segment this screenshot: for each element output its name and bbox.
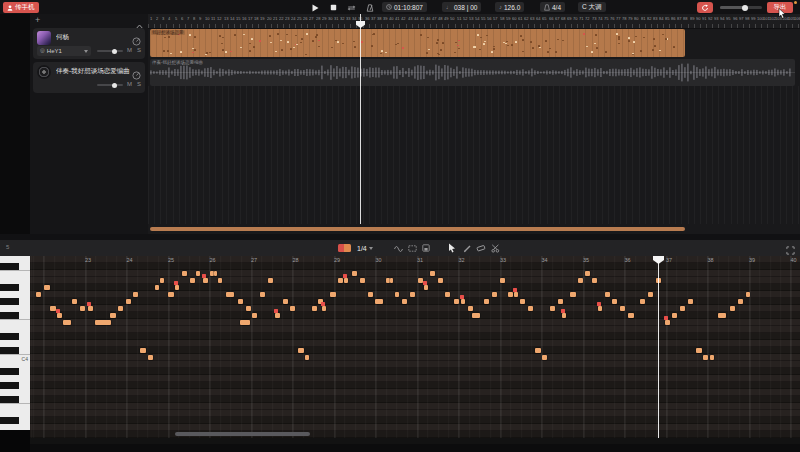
pencil-tool[interactable]	[461, 243, 473, 253]
piano-key[interactable]	[0, 389, 30, 396]
midi-note[interactable]	[57, 313, 62, 318]
piano-key[interactable]	[0, 340, 30, 347]
piano-key[interactable]	[0, 396, 30, 403]
play-button[interactable]	[310, 3, 319, 12]
midi-note[interactable]	[240, 320, 250, 325]
midi-note[interactable]	[570, 292, 576, 297]
piano-key[interactable]	[0, 270, 30, 277]
piano-key[interactable]	[0, 305, 30, 312]
piano-key[interactable]	[0, 375, 30, 382]
slider-knob[interactable]	[742, 5, 748, 11]
black-key[interactable]	[0, 417, 19, 424]
midi-clip[interactable]: 我好想谈场恋爱	[150, 29, 685, 57]
midi-note[interactable]	[203, 278, 208, 283]
marquee-select-tool[interactable]	[406, 243, 418, 253]
piano-key[interactable]	[0, 382, 30, 389]
midi-note[interactable]	[390, 278, 393, 283]
midi-note[interactable]	[468, 306, 473, 311]
midi-note[interactable]	[672, 313, 677, 318]
midi-note[interactable]	[175, 285, 179, 290]
midi-note[interactable]	[330, 292, 336, 297]
arrange-area[interactable]: 1234567891011121314151617181920212223242…	[148, 14, 800, 234]
midi-note[interactable]	[665, 320, 670, 325]
midi-note[interactable]	[535, 348, 541, 353]
midi-note[interactable]	[620, 306, 625, 311]
time-display[interactable]: 01:10:807	[382, 2, 427, 12]
metronome-button[interactable]	[365, 3, 374, 12]
bars-display[interactable]: ♩ 038 | 00	[442, 2, 481, 12]
midi-note[interactable]	[126, 299, 131, 304]
midi-note[interactable]	[260, 292, 265, 297]
midi-note[interactable]	[445, 292, 450, 297]
midi-note[interactable]	[268, 278, 273, 283]
midi-note[interactable]	[605, 292, 610, 297]
midi-note[interactable]	[472, 313, 480, 318]
midi-note[interactable]	[598, 306, 602, 311]
midi-note[interactable]	[520, 299, 525, 304]
piano-key[interactable]: C4	[0, 354, 30, 361]
save-tool[interactable]	[420, 243, 432, 253]
timeline-ruler[interactable]: 1234567891011121314151617181920212223242…	[148, 14, 800, 29]
piano-key[interactable]	[0, 368, 30, 375]
midi-note[interactable]	[238, 299, 243, 304]
black-key[interactable]	[0, 396, 19, 403]
piano-key[interactable]	[0, 312, 30, 319]
piano-roll-scrollbar[interactable]	[175, 432, 310, 436]
midi-note[interactable]	[252, 313, 257, 318]
track-slider-knob[interactable]	[112, 83, 117, 88]
keys-display-toggle[interactable]	[338, 244, 351, 252]
midi-note[interactable]	[395, 292, 399, 297]
solo-button[interactable]: S	[137, 47, 141, 53]
arrange-playhead[interactable]	[360, 14, 361, 224]
midi-note[interactable]	[542, 355, 547, 360]
midi-note[interactable]	[80, 306, 85, 311]
midi-note[interactable]	[454, 299, 459, 304]
scissors-tool[interactable]	[489, 243, 501, 253]
grid-resolution-select[interactable]: 1/4	[357, 243, 373, 253]
midi-note[interactable]	[688, 299, 693, 304]
midi-note[interactable]	[305, 355, 309, 360]
piano-key[interactable]	[0, 361, 30, 368]
midi-note[interactable]	[322, 306, 326, 311]
meter-display[interactable]: 4/4	[540, 2, 565, 12]
midi-note[interactable]	[430, 271, 435, 276]
piano-key[interactable]	[0, 319, 30, 326]
midi-note[interactable]	[72, 299, 77, 304]
midi-note[interactable]	[514, 292, 518, 297]
master-volume-slider[interactable]	[720, 6, 762, 9]
midi-note[interactable]	[338, 278, 343, 283]
piano-keys[interactable]: C4	[0, 256, 30, 438]
black-key[interactable]	[0, 263, 19, 270]
midi-note[interactable]	[368, 292, 373, 297]
midi-note[interactable]	[275, 313, 280, 318]
midi-note[interactable]	[528, 306, 533, 311]
midi-note[interactable]	[95, 320, 111, 325]
piano-key[interactable]	[0, 263, 30, 270]
midi-note[interactable]	[312, 306, 317, 311]
audio-clip[interactable]: 伴奏-我好想谈场恋爱编曲	[150, 59, 795, 86]
tempo-display[interactable]: ♪ 126.0	[495, 2, 524, 12]
midi-note[interactable]	[680, 306, 685, 311]
midi-note[interactable]	[640, 299, 645, 304]
midi-note[interactable]	[360, 278, 365, 283]
midi-note[interactable]	[730, 306, 735, 311]
track-card-accompaniment[interactable]: 伴奏-我好想谈场恋爱编曲 M S	[33, 62, 145, 93]
piano-key[interactable]	[0, 291, 30, 298]
midi-note[interactable]	[63, 320, 71, 325]
midi-note[interactable]	[612, 299, 617, 304]
midi-note[interactable]	[182, 271, 187, 276]
midi-note[interactable]	[461, 299, 465, 304]
mute-button[interactable]: M	[127, 81, 132, 87]
midi-note[interactable]	[148, 355, 153, 360]
black-key[interactable]	[0, 298, 19, 305]
piano-key[interactable]	[0, 417, 30, 424]
black-key[interactable]	[0, 347, 19, 354]
mute-button[interactable]: M	[127, 47, 132, 53]
midi-note[interactable]	[352, 271, 357, 276]
track-slider[interactable]	[97, 50, 123, 52]
piano-key[interactable]	[0, 403, 30, 410]
midi-note[interactable]	[190, 278, 195, 283]
midi-note[interactable]	[710, 355, 714, 360]
midi-note[interactable]	[746, 292, 750, 297]
singer-avatar[interactable]	[37, 31, 51, 45]
